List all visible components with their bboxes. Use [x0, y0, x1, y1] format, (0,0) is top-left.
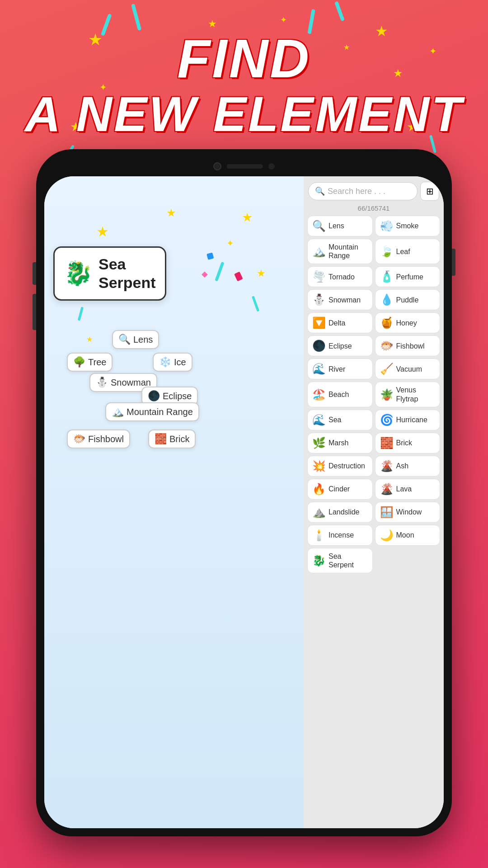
- node-brick[interactable]: 🧱 Brick: [148, 429, 196, 448]
- title-line2: A NEW ELEMENT: [0, 85, 488, 142]
- svg-text:✦: ✦: [280, 15, 287, 24]
- item-emoji: 🌙: [380, 529, 394, 542]
- list-item[interactable]: 🌙 Moon: [375, 525, 441, 546]
- list-item[interactable]: 🌑 Eclipse: [307, 335, 373, 356]
- node-fishbowl[interactable]: 🐡 Fishbowl: [67, 429, 130, 448]
- item-emoji: 🌪️: [312, 270, 326, 283]
- item-emoji: 🔥: [312, 483, 326, 495]
- list-item[interactable]: 🌋 Ash: [375, 456, 441, 476]
- list-item[interactable]: 💥 Destruction: [307, 456, 373, 476]
- list-item[interactable]: 🧹 Vacuum: [375, 359, 441, 379]
- item-emoji: 🧱: [380, 437, 394, 449]
- item-label: Destruction: [328, 462, 365, 470]
- list-item[interactable]: 🔍 Lens: [307, 216, 373, 236]
- item-label: Brick: [396, 439, 413, 447]
- elements-list: 🔍 Lens 💨 Smoke 🏔️ Mountain Range 🍃 Leaf …: [304, 214, 444, 828]
- svg-rect-26: [215, 262, 224, 282]
- item-emoji: 💥: [312, 460, 326, 472]
- search-input-wrap[interactable]: 🔍 Search here . . .: [308, 182, 418, 200]
- item-emoji: ⛰️: [312, 506, 326, 519]
- item-label: Delta: [328, 319, 345, 327]
- list-item[interactable]: 🐉 Sea Serpent: [307, 548, 373, 573]
- list-item[interactable]: 🕯️ Incense: [307, 525, 373, 546]
- search-input[interactable]: Search here . . .: [328, 187, 385, 196]
- list-item[interactable]: ⛄ Snowman: [307, 289, 373, 310]
- item-emoji: 🐉: [312, 554, 326, 567]
- list-item[interactable]: 🪟 Window: [375, 502, 441, 523]
- item-label: Smoke: [396, 222, 419, 230]
- item-emoji: 🧴: [380, 270, 394, 283]
- item-label: Tornado: [328, 273, 355, 281]
- list-item[interactable]: 🪴 Venus Flytrap: [375, 382, 441, 407]
- item-label: River: [328, 365, 345, 373]
- volume-down-button: [33, 294, 36, 330]
- item-emoji: 🪟: [380, 506, 394, 519]
- node-lens[interactable]: 🔍 Lens: [112, 330, 159, 349]
- game-area: ★ ★ ✦ ★ ✦ ★ ★ ◆ 🐉 SeaSer: [44, 176, 304, 828]
- item-label: Fishbowl: [396, 342, 425, 350]
- front-camera: [213, 162, 221, 170]
- list-item[interactable]: 🔥 Cinder: [307, 479, 373, 500]
- node-tree[interactable]: 🌳 Tree: [67, 353, 113, 372]
- sea-serpent-popup: 🐉 SeaSerpent: [53, 246, 166, 301]
- list-item[interactable]: 🍯 Honey: [375, 312, 441, 333]
- list-item[interactable]: 🌊 Sea: [307, 410, 373, 430]
- volume-up-button: [33, 262, 36, 285]
- item-emoji: 🍯: [380, 316, 394, 329]
- item-label: Sea Serpent: [328, 552, 368, 569]
- list-item[interactable]: 🌪️ Tornado: [307, 266, 373, 287]
- item-label: Vacuum: [396, 365, 422, 373]
- list-item[interactable]: 🌀 Hurricane: [375, 410, 441, 430]
- sea-serpent-label: SeaSerpent: [99, 255, 156, 292]
- list-item[interactable]: 🐡 Fishbowl: [375, 335, 441, 356]
- elements-panel: 🔍 Search here . . . ⊞ 66/165741 🔍 Lens 💨…: [304, 176, 444, 828]
- svg-text:★: ★: [96, 224, 109, 240]
- svg-text:◆: ◆: [202, 269, 208, 278]
- list-item[interactable]: 🌿 Marsh: [307, 433, 373, 453]
- list-item[interactable]: ⛰️ Landslide: [307, 502, 373, 523]
- item-label: Moon: [396, 531, 414, 539]
- node-mountain-range[interactable]: 🏔️ Mountain Range: [105, 402, 199, 421]
- list-item[interactable]: 🧴 Perfume: [375, 266, 441, 287]
- svg-rect-11: [131, 4, 141, 31]
- phone-screen: ★ ★ ✦ ★ ✦ ★ ★ ◆ 🐉 SeaSer: [44, 176, 444, 828]
- item-label: Snowman: [328, 296, 361, 304]
- filter-button[interactable]: ⊞: [420, 182, 439, 201]
- item-label: Beach: [328, 390, 349, 399]
- power-button: [452, 249, 455, 276]
- item-emoji: 🌑: [312, 340, 326, 352]
- item-label: Landslide: [328, 508, 360, 516]
- list-item[interactable]: 🏔️ Mountain Range: [307, 239, 373, 264]
- sea-serpent-emoji: 🐉: [64, 259, 93, 287]
- svg-text:★: ★: [257, 268, 266, 279]
- item-label: Window: [396, 508, 422, 516]
- svg-rect-30: [206, 252, 214, 259]
- phone-frame: ★ ★ ✦ ★ ✦ ★ ★ ◆ 🐉 SeaSer: [36, 149, 452, 836]
- list-item[interactable]: 🔽 Delta: [307, 312, 373, 333]
- item-label: Hurricane: [396, 415, 427, 424]
- list-item[interactable]: 💧 Puddle: [375, 289, 441, 310]
- item-label: Leaf: [396, 247, 410, 256]
- item-emoji: 🏔️: [312, 245, 326, 258]
- list-item[interactable]: 🍃 Leaf: [375, 239, 441, 264]
- svg-rect-32: [234, 272, 243, 282]
- item-emoji: 🕯️: [312, 529, 326, 542]
- item-emoji: 💧: [380, 293, 394, 306]
- item-emoji: 🧹: [380, 363, 394, 375]
- sensor: [268, 163, 275, 170]
- list-item[interactable]: 🏖️ Beach: [307, 382, 373, 407]
- filter-icon: ⊞: [426, 186, 434, 197]
- item-label: Mountain Range: [328, 243, 368, 260]
- list-item[interactable]: 💨 Smoke: [375, 216, 441, 236]
- item-emoji: 🍃: [380, 245, 394, 258]
- item-emoji: 🌿: [312, 437, 326, 449]
- node-ice[interactable]: ❄️ Ice: [153, 353, 192, 372]
- svg-text:★: ★: [86, 335, 93, 343]
- list-item[interactable]: 🧱 Brick: [375, 433, 441, 453]
- list-item[interactable]: 🌋 Lava: [375, 479, 441, 500]
- element-count: 66/165741: [304, 203, 444, 214]
- item-emoji: 🐡: [380, 340, 394, 352]
- search-bar: 🔍 Search here . . . ⊞: [304, 176, 444, 203]
- item-label: Puddle: [396, 296, 419, 304]
- list-item[interactable]: 🌊 River: [307, 359, 373, 379]
